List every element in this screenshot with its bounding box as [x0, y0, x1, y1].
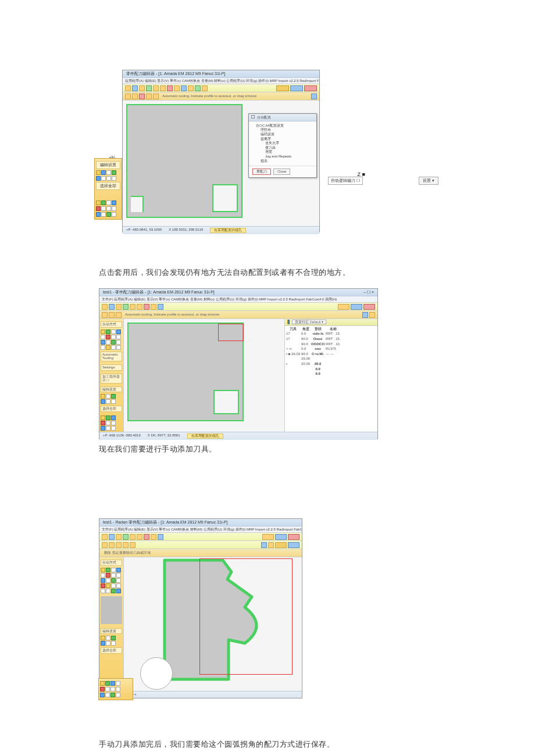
- left-tool-palette[interactable]: 编辑设置 选择全部: [94, 158, 122, 220]
- palette-label: 自动方式: [101, 321, 122, 328]
- menu-bar[interactable]: 文件(F) 应用程序(A) 编辑(E) 显示(V) 事件(x) CAM转换点 材…: [99, 526, 302, 533]
- select-all-button[interactable]: 选择全部: [101, 647, 122, 654]
- table-row: > ∞0.0osoRL375: [286, 347, 341, 351]
- caption-2: 现在我们需要进行手动添加刀具。: [99, 444, 436, 454]
- window-title: 零件配刀编辑器 - [1: Amada EM 2812 M9 Fanuc 31i…: [126, 71, 225, 76]
- tree-item[interactable]: 报表: [252, 159, 313, 164]
- window-title: test1 - Radan 零件配刀编辑器 - [1: Amada EM 281…: [103, 520, 227, 525]
- tree-item[interactable]: 编码设置: [252, 132, 313, 137]
- palette-label: Automatic Tooling: [101, 352, 122, 361]
- menu-bar[interactable]: 文件(F) 应用程序(A) 编辑(E) 显示(V) 事件(x) CAM转换点 变…: [99, 296, 377, 303]
- palette-label: 自动方式: [101, 560, 122, 566]
- palette-label[interactable]: Settings: [101, 364, 122, 371]
- right-bar: 自动逻辑编刀 ☐ 设置 ▾: [328, 177, 438, 185]
- auto-config-dialog: 自动配置 自OC A4配置设置 理想点 编码设置 授㺯序 道夹次序 值刀具 增度…: [248, 113, 317, 178]
- status-warning: 有床用配置的领孔: [187, 433, 223, 439]
- app-window: test1 - 零件配刀编辑器 - [1: Amada EM 2812 M9 F…: [99, 288, 378, 439]
- tool-table: 刀具 角度 形状 名称 170.0·ódo îsRRT . 15. 1790.0…: [285, 326, 342, 377]
- drawing-canvas[interactable]: [124, 319, 284, 432]
- tree-item[interactable]: 授㺯序: [252, 137, 313, 142]
- window-title: test1 - 零件配刀编辑器 - [1: Amada EM 2812 M9 F…: [103, 290, 215, 295]
- problem-area-highlight: [199, 558, 293, 675]
- col-name: 名称: [326, 327, 340, 331]
- app-window: 零件配刀编辑器 - [1: Amada EM 2812 M9 Fanuc 31i…: [122, 70, 320, 232]
- table-row: 90.0OOOCORRT . 10.: [286, 342, 341, 346]
- window-buttons[interactable]: – ☐ ×: [363, 290, 374, 295]
- status-bar: +P -483.0841, 53.1090 X 188 5031; 298.31…: [123, 226, 319, 234]
- table-row: 0.0: [286, 372, 341, 376]
- status-coord-1: +P -483.0841, 53.1090: [126, 228, 162, 233]
- table-row: 26.00: [286, 357, 341, 361]
- select-all-button[interactable]: 选择全部: [96, 182, 120, 190]
- close-button[interactable]: Close: [273, 169, 290, 175]
- status-coord-2: X DK; 8977; 32.8581: [148, 433, 180, 439]
- screenshot-2: test1 - 零件配刀编辑器 - [1: Amada EM 2812 M9 F…: [99, 288, 436, 454]
- caption-3: 手动刀具添加完后，我们需要给这个圆弧拐角的配刀方式进行保存。: [99, 739, 436, 750]
- table-row: 170.0·ódo îsRRT . 15.: [286, 332, 341, 336]
- table-row: 1790.0OoooRRT . 15.: [286, 337, 341, 341]
- table-row: •20.0020.0: [286, 362, 341, 366]
- feature-search-dropdown[interactable]: 搜索特征 Default ▾: [292, 320, 326, 324]
- col-shape: 形状: [311, 327, 324, 331]
- toolbar-primary[interactable]: [99, 303, 377, 311]
- status-coord-2: X 188 5031; 298.3119: [169, 228, 203, 233]
- toolbar-row-2[interactable]: [99, 541, 302, 549]
- toolbar-secondary[interactable]: Automatic tooling. Indicate profile to a…: [123, 92, 319, 101]
- tree-item[interactable]: 值刀具: [252, 146, 313, 151]
- col-angle: 角度: [301, 327, 310, 331]
- toolbar-secondary[interactable]: 删除 指定要删除的刀具或区域: [99, 549, 302, 557]
- window-titlebar: test1 - 零件配刀编辑器 - [1: Amada EM 2812 M9 F…: [99, 289, 377, 296]
- toolbar-primary[interactable]: [123, 84, 319, 92]
- palette-label: 加工指导器示 □: [101, 374, 122, 384]
- reapply-button[interactable]: 重配刀: [252, 169, 271, 175]
- mode-hint: Automatic tooling. Indicate profile to a…: [160, 94, 259, 98]
- status-warning: 有床用配置的领孔: [210, 228, 246, 233]
- screenshot-1: r¾ \b 中 •? I Z ■ 零件配刀编辑器 - [1: Amada EM …: [99, 70, 436, 232]
- status-bar: +P -968.1106 -580.4019 X DK; 8977; 32.85…: [99, 432, 377, 440]
- mode-hint: Automatic tooling. Indicate profile to a…: [123, 313, 222, 317]
- problem-area-highlight: [218, 324, 244, 341]
- left-tool-palette[interactable]: 自动方式 编辑设置 选择全部: [99, 557, 124, 691]
- tool-preview-circle: [140, 657, 173, 690]
- screenshot-3: test1 - Radan 零件配刀编辑器 - [1: Amada EM 281…: [99, 518, 436, 704]
- toolbar-primary[interactable]: [99, 533, 302, 541]
- tree-item[interactable]: 道夹次序: [252, 141, 313, 146]
- window-titlebar: test1 - Radan 零件配刀编辑器 - [1: Amada EM 281…: [99, 519, 302, 526]
- window-titlebar: 零件配刀编辑器 - [1: Amada EM 2812 M9 Fanuc 31i…: [123, 70, 319, 78]
- app-window: test1 - Radan 零件配刀编辑器 - [1: Amada EM 281…: [99, 518, 302, 698]
- select-all-button[interactable]: 选择全部: [101, 406, 122, 412]
- tree-item[interactable]: Jog and Repeats: [252, 155, 313, 159]
- mode-hint: 删除 指定要删除的刀具或区域: [102, 551, 153, 555]
- palette-label: 编辑设置: [96, 161, 120, 169]
- left-tool-palette[interactable]: 自动方式 Automatic Tooling Settings 加工指导器示 □…: [99, 319, 124, 432]
- drawing-canvas[interactable]: 自动配置 自OC A4配置设置 理想点 编码设置 授㺯序 道夹次序 值刀具 增度…: [123, 101, 319, 226]
- caption-1: 点击套用后，我们会发现仍有地方无法自动配置到或者有不合理的地方。: [99, 267, 436, 278]
- palette-label: 编辑设置: [101, 628, 122, 635]
- dialog-title: 自动配置: [249, 114, 316, 121]
- col-tool: 刀具: [286, 327, 300, 331]
- dialog-tree[interactable]: 自OC A4配置设置 理想点 编码设置 授㺯序 道夹次序 值刀具 增度 Jog …: [249, 121, 316, 166]
- tree-item[interactable]: 理想点: [252, 128, 313, 132]
- settings-dropdown-button[interactable]: 设置 ▾: [419, 177, 438, 185]
- table-row: • ■ 26.0390.0C=o:W:— —: [286, 352, 341, 356]
- tree-item[interactable]: 增度: [252, 150, 313, 155]
- tree-item[interactable]: 自OC A4配置设置: [252, 124, 313, 128]
- toolbar-secondary[interactable]: Automatic tooling. Indicate profile to a…: [99, 311, 377, 319]
- auto-logic-checkbox[interactable]: 自动逻辑编刀 ☐: [328, 177, 363, 185]
- bottom-tool-strip[interactable]: [98, 678, 133, 700]
- palette-label: 编辑设置: [101, 386, 122, 393]
- status-coord-1: +P -968.1106 -580.4019: [103, 433, 141, 439]
- table-row: 0.0: [286, 367, 341, 371]
- tool-list-panel[interactable]: 搜索特征 Default ▾ 刀具 角度 形状 名称 170.0·ódo îsR…: [284, 319, 377, 432]
- menu-bar[interactable]: 应用程序(A) 编辑(E) 显示(V) 事件(x) CAM转换点 变量(M) 材…: [123, 78, 319, 85]
